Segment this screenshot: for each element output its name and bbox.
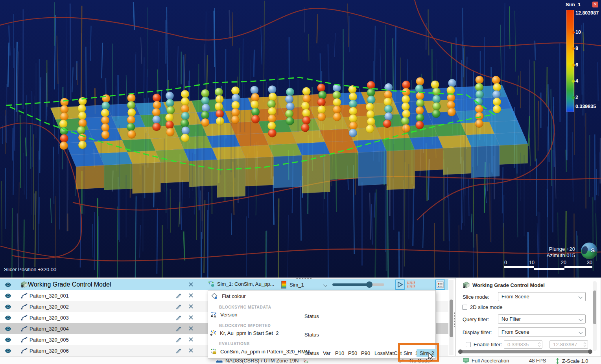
consim-column[interactable]: P50 <box>348 350 357 356</box>
remove-x-icon[interactable] <box>188 348 194 353</box>
slice-mode-value: From Scene <box>501 294 529 300</box>
numeric-dots-icon <box>210 330 217 336</box>
properties-scroll-thumb[interactable] <box>593 290 596 324</box>
polyline-icon <box>21 348 28 354</box>
consim-column[interactable]: Status <box>304 350 319 356</box>
legend-tick-label: 10 <box>575 29 581 35</box>
colourmap-chip-icon <box>281 281 286 289</box>
visibility-eye-icon[interactable] <box>4 348 12 353</box>
orientation-readout: Plunge +20 Azimuth 015 <box>518 246 575 259</box>
azimuth-readout: Azimuth 015 <box>518 252 575 259</box>
spinner-icon[interactable] <box>583 342 586 347</box>
filter-max-input[interactable]: 12.803987 <box>549 340 588 349</box>
mouse-cursor <box>428 352 435 361</box>
compass-dark-face <box>581 245 589 255</box>
shape-row-label: Pattern_320_003 <box>29 315 69 321</box>
edit-pencil-icon[interactable] <box>176 293 182 299</box>
menu-item-consim[interactable]: ConSim, Au_ppm in Pattern_320_RMM <box>210 348 310 355</box>
filter-min-input[interactable]: 0.339835 <box>504 340 542 349</box>
flat-colour-icon <box>211 293 218 299</box>
properties-hscroll-thumb[interactable] <box>459 350 590 353</box>
hscroll-left-end[interactable] <box>458 349 463 354</box>
value-dropdown[interactable]: Sim_1: ConSim, Au_pp... <box>208 281 274 287</box>
play-animation-button[interactable] <box>395 279 405 290</box>
menu-item-flat-colour[interactable]: Flat colour <box>211 293 246 299</box>
menu-column-status[interactable]: Status <box>304 313 319 319</box>
visibility-eye-icon[interactable] <box>4 315 12 320</box>
colourmap-dropdown-text: Sim_1 <box>289 282 304 288</box>
shape-properties-list-button[interactable] <box>435 279 445 290</box>
menu-item-label: Version <box>220 312 237 318</box>
legend-tick-label: 4 <box>575 78 578 84</box>
display-filter-select[interactable]: From Scene <box>498 327 586 336</box>
visibility-eye-icon[interactable] <box>4 293 12 298</box>
block-model-icon <box>20 281 28 288</box>
legend-max-label: 12.803987 <box>575 10 599 16</box>
fps-readout: 48 FPS <box>529 358 546 364</box>
scale-bar-segment <box>534 268 564 270</box>
menu-section-header: BLOCKSYNC IMPORTED <box>219 324 271 328</box>
menu-section-header: BLOCKSYNC METADATA <box>219 305 271 309</box>
shape-list-scroll-thumb[interactable] <box>450 300 453 337</box>
z-scale-arrows-icon <box>555 358 560 364</box>
3d-scene-viewport[interactable]: Slicer Position +320.00 Plunge +20 Azimu… <box>0 0 601 278</box>
slice-mode-label: Slice mode: <box>463 294 489 300</box>
orientation-compass-ball[interactable]: S <box>581 243 597 259</box>
slice-mode-select[interactable]: From Scene <box>498 292 586 301</box>
consim-column[interactable]: Var <box>323 350 330 356</box>
vertical-splitter-grip[interactable] <box>454 312 455 327</box>
visibility-eye-icon[interactable] <box>4 282 12 287</box>
scale-tick-0: 0 <box>504 260 507 265</box>
chevron-down-icon[interactable] <box>323 283 327 287</box>
remove-x-icon[interactable] <box>188 326 194 331</box>
filter-max-value: 12.803987 <box>553 342 577 347</box>
shape-list-active-row[interactable]: Working Grade Control Model Sim_1: ConSi… <box>0 279 448 290</box>
menu-item-kr[interactable]: Kr, Au_ppm in Start Set_2 <box>210 330 279 336</box>
slicer-position-readout: Slicer Position +320.00 <box>4 267 56 272</box>
enable-filter-checkbox[interactable] <box>466 342 471 347</box>
consim-column[interactable]: P10 <box>335 350 344 356</box>
consim-column[interactable]: LossMatCat <box>374 350 402 356</box>
legend-tick-label: 8 <box>575 46 578 51</box>
grid-views-icon[interactable] <box>407 280 415 289</box>
legend-close-icon[interactable]: ✕ <box>592 2 598 7</box>
polyline-icon <box>21 304 28 310</box>
z-scale-status[interactable]: Z-Scale 1.0 <box>555 358 588 364</box>
remove-x-icon[interactable] <box>188 282 194 287</box>
display-filter-value: From Scene <box>501 329 529 335</box>
chevron-down-icon <box>579 330 583 334</box>
edit-pencil-icon[interactable] <box>176 326 182 332</box>
query-filter-select[interactable]: No Filter <box>498 314 586 324</box>
visibility-eye-icon[interactable] <box>4 304 12 309</box>
scale-tick-20: 20 <box>561 260 566 265</box>
hscroll-right-end[interactable] <box>588 349 592 354</box>
remove-x-icon[interactable] <box>188 304 194 309</box>
remove-x-icon[interactable] <box>188 337 194 342</box>
legend-min-label: 0.339835 <box>575 104 596 109</box>
edit-pencil-icon[interactable] <box>176 337 182 343</box>
opacity-slider-handle[interactable] <box>366 281 372 288</box>
remove-x-icon[interactable] <box>188 315 194 320</box>
legend-tick-label: 2 <box>575 95 578 100</box>
spinner-icon[interactable] <box>538 342 541 347</box>
scale-tick-30: 30 <box>587 260 592 265</box>
enable-filter-label: Enable filter: <box>474 342 502 347</box>
visibility-eye-icon[interactable] <box>4 326 12 331</box>
remove-x-icon[interactable] <box>188 293 194 298</box>
z-scale-text: Z-Scale 1.0 <box>562 358 588 364</box>
edit-pencil-icon[interactable] <box>176 348 182 354</box>
edit-pencil-icon[interactable] <box>176 315 182 321</box>
query-filter-label: Query filter: <box>463 316 489 322</box>
consim-column[interactable]: P90 <box>361 350 370 356</box>
visibility-eye-icon[interactable] <box>4 337 12 342</box>
3d-scene-canvas[interactable] <box>0 0 601 278</box>
colourmap-dropdown[interactable]: Sim_1 <box>281 281 304 289</box>
legend-tick-label: 6 <box>575 62 578 68</box>
chevron-down-icon <box>579 294 583 298</box>
menu-column-status[interactable]: Status <box>304 332 319 338</box>
polyline-icon <box>21 293 28 299</box>
edit-pencil-icon[interactable] <box>176 304 182 310</box>
2d-slice-checkbox[interactable] <box>462 305 467 310</box>
block-model-icon <box>463 281 470 289</box>
menu-item-version[interactable]: A Version <box>210 311 237 318</box>
